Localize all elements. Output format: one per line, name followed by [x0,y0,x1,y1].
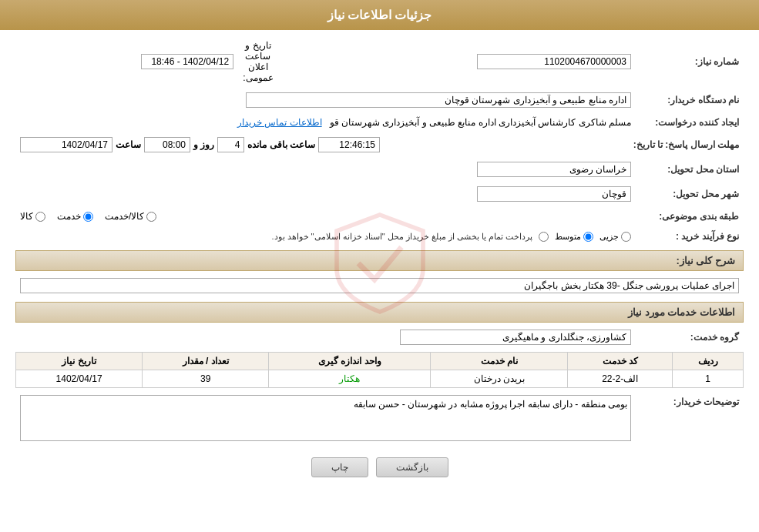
announce-input[interactable] [141,54,233,69]
purchase-asnad[interactable]: پرداخت تمام یا بخشی از مبلغ خریداز محل "… [271,232,549,242]
city-input[interactable] [477,186,631,202]
deadline-remaining-input[interactable] [318,137,380,152]
deadline-time-label: ساعت [116,139,141,150]
button-area: بازگشت چاپ [15,457,744,477]
table-row: 1 الف-2-22 بریدن درختان هکتار 39 1402/04… [16,370,744,388]
deadline-days-input[interactable] [217,137,244,152]
col-service-code: کد خدمت [567,353,672,370]
province-input[interactable] [477,162,631,177]
col-quantity: تعداد / مقدار [143,353,269,370]
deadline-label: مهلت ارسال پاسخ: تا تاریخ: [629,135,744,155]
col-date: تاریخ نیاز [16,353,143,370]
cell-service-name: بریدن درختان [431,370,568,388]
deadline-time-input[interactable] [144,137,190,152]
category-kala[interactable]: کالا [20,211,45,222]
category-label: طبقه بندی موضوعی: [636,209,744,224]
services-section-header: اطلاعات خدمات مورد نیاز [15,302,744,323]
buyer-label: نام دستگاه خریدار: [636,90,744,110]
services-table: ردیف کد خدمت نام خدمت واحد اندازه گیری ت… [15,352,744,388]
deadline-days-label: روز و [193,139,214,150]
col-service-name: نام خدمت [431,353,568,370]
city-label: شهر محل تحویل: [636,184,744,204]
cell-date: 1402/04/17 [16,370,143,388]
col-row-num: ردیف [673,353,744,370]
back-button[interactable]: بازگشت [376,457,448,477]
buyer-desc-textarea[interactable] [20,395,631,441]
creator-link[interactable]: اطلاعات تماس خریدار [237,117,322,128]
cell-unit: هکتار [269,370,431,388]
page-header: جزئیات اطلاعات نیاز [0,0,759,30]
creator-value: مسلم شاکری کارشناس آبخیزداری اداره منابع… [330,117,631,128]
need-number-input[interactable] [477,54,631,69]
description-section-header: شرح کلی نیاز: [15,250,744,271]
need-number-label: شماره نیاز: [636,38,744,85]
province-label: استان محل تحویل: [636,159,744,179]
service-group-label: گروه خدمت: [636,327,744,347]
page-title: جزئیات اطلاعات نیاز [327,8,432,22]
purchase-label: نوع فرآیند خرید : [636,229,744,244]
announce-label: تاریخ و ساعت اعلان عمومی: [238,38,277,85]
deadline-remaining-label: ساعت باقی مانده [247,139,315,150]
cell-row-num: 1 [673,370,744,388]
print-button[interactable]: چاپ [311,457,368,477]
cell-service-code: الف-2-22 [567,370,672,388]
category-khedmat[interactable]: خدمت [57,211,93,222]
buyer-input[interactable] [246,92,631,108]
service-group-input[interactable] [400,330,631,345]
buyer-desc-label: توضیحات خریدار: [636,393,744,446]
deadline-date-input[interactable] [20,137,113,152]
purchase-jozi[interactable]: جزیی [599,232,631,242]
cell-quantity: 39 [143,370,269,388]
purchase-mutawaset[interactable]: متوسط [555,232,593,242]
description-input[interactable] [20,278,739,293]
creator-label: ایجاد کننده درخواست: [636,115,744,130]
category-kala-khedmat[interactable]: کالا/خدمت [105,211,156,222]
col-unit: واحد اندازه گیری [269,353,431,370]
